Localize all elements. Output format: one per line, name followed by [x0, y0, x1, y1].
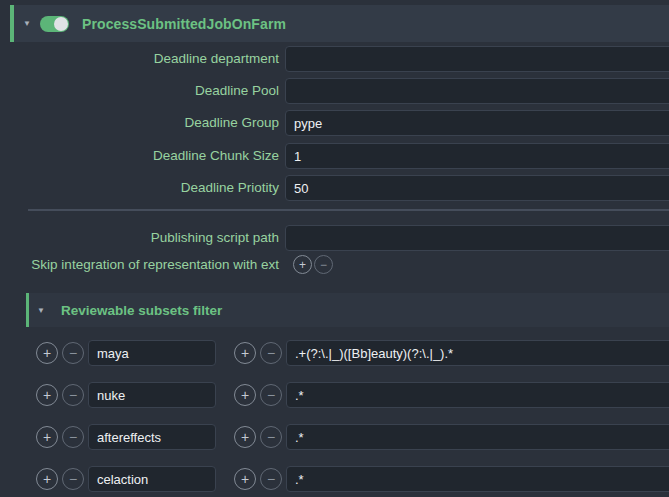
add-value-button[interactable]: + — [234, 384, 256, 406]
remove-value-button[interactable]: − — [260, 342, 282, 364]
deadline-priority-input[interactable] — [285, 175, 669, 201]
field-label: Deadline Chunk Size — [0, 143, 279, 169]
filter-row: + − + − — [0, 340, 669, 366]
add-value-button[interactable]: + — [234, 342, 256, 364]
filter-row: + − + − — [0, 424, 669, 450]
remove-value-button[interactable]: − — [260, 426, 282, 448]
filter-row: + − + − — [0, 382, 669, 408]
section-header: ▼ Reviewable subsets filter — [26, 293, 669, 327]
add-value-button[interactable]: + — [234, 468, 256, 490]
skip-integration-row: Skip integration of representation with … — [0, 255, 669, 275]
field-label: Deadline Pool — [0, 78, 279, 104]
remove-item-button[interactable]: − — [314, 255, 333, 274]
deadline-pool-input[interactable] — [285, 78, 669, 104]
add-key-button[interactable]: + — [36, 342, 58, 364]
form-row: Deadline Chunk Size — [0, 143, 669, 169]
plugin-header: ▼ ProcessSubmittedJobOnFarm — [10, 5, 669, 42]
filter-key-input[interactable] — [88, 382, 216, 408]
field-label: Publishing script path — [0, 225, 279, 251]
collapse-arrow-icon[interactable]: ▼ — [29, 306, 53, 315]
remove-key-button[interactable]: − — [62, 384, 84, 406]
deadline-chunk-size-input[interactable] — [285, 143, 669, 169]
add-value-button[interactable]: + — [234, 426, 256, 448]
field-label: Deadline Priotity — [0, 175, 279, 201]
collapse-arrow-icon[interactable]: ▼ — [14, 19, 40, 28]
filter-value-input[interactable] — [286, 382, 669, 408]
plugin-title: ProcessSubmittedJobOnFarm — [82, 16, 286, 32]
divider — [28, 209, 669, 211]
deadline-department-input[interactable] — [285, 46, 669, 72]
remove-key-button[interactable]: − — [62, 426, 84, 448]
filter-key-input[interactable] — [88, 340, 216, 366]
field-label: Deadline Group — [0, 110, 279, 136]
toggle-knob-icon — [54, 17, 68, 31]
field-label: Skip integration of representation with … — [0, 255, 279, 275]
filter-row: + − + − — [0, 466, 669, 492]
settings-panel: ▼ ProcessSubmittedJobOnFarm Deadline dep… — [0, 0, 669, 497]
filter-key-input[interactable] — [88, 424, 216, 450]
form-row: Publishing script path — [0, 225, 669, 251]
filter-value-input[interactable] — [286, 466, 669, 492]
publishing-script-path-input[interactable] — [285, 225, 669, 251]
add-item-button[interactable]: + — [293, 255, 312, 274]
section-title: Reviewable subsets filter — [61, 303, 222, 318]
remove-value-button[interactable]: − — [260, 468, 282, 490]
remove-key-button[interactable]: − — [62, 468, 84, 490]
field-label: Deadline department — [0, 46, 279, 72]
form-row: Deadline department — [0, 46, 669, 72]
plugin-enabled-toggle[interactable] — [40, 16, 69, 32]
add-key-button[interactable]: + — [36, 468, 58, 490]
remove-key-button[interactable]: − — [62, 342, 84, 364]
add-key-button[interactable]: + — [36, 426, 58, 448]
form-row: Deadline Group — [0, 110, 669, 136]
filter-value-input[interactable] — [286, 340, 669, 366]
deadline-group-input[interactable] — [285, 110, 669, 136]
remove-value-button[interactable]: − — [260, 384, 282, 406]
form-row: Deadline Priotity — [0, 175, 669, 201]
add-key-button[interactable]: + — [36, 384, 58, 406]
filter-value-input[interactable] — [286, 424, 669, 450]
form-row: Deadline Pool — [0, 78, 669, 104]
filter-key-input[interactable] — [88, 466, 216, 492]
